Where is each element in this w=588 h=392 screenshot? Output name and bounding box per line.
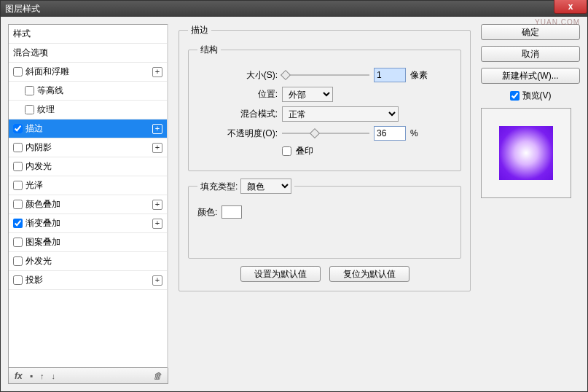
style-item-outer-glow[interactable]: 外发光 — [9, 252, 167, 271]
fx-icon[interactable]: fx — [15, 371, 23, 381]
styles-footer: fx ▪ ↑ ↓ 🗑 — [8, 368, 168, 384]
reset-default-button[interactable]: 复位为默认值 — [329, 266, 409, 282]
opacity-label: 不透明度(O): — [197, 128, 278, 140]
styles-list: 样式 混合选项 斜面和浮雕 + 等高线 纹理 描边 + — [8, 24, 168, 368]
style-item-pattern-overlay[interactable]: 图案叠加 — [9, 233, 167, 252]
checkbox-drop-shadow[interactable] — [13, 275, 23, 285]
preview-box — [481, 108, 571, 198]
new-style-button[interactable]: 新建样式(W)... — [481, 68, 580, 84]
style-item-stroke[interactable]: 描边 + — [9, 119, 167, 138]
opacity-input[interactable] — [374, 126, 406, 141]
color-row: 颜色: — [197, 205, 452, 219]
set-default-button[interactable]: 设置为默认值 — [240, 266, 321, 282]
style-item-drop-shadow[interactable]: 投影 + — [9, 271, 167, 290]
overprint-row: 叠印 — [197, 145, 452, 157]
overprint-label: 叠印 — [296, 145, 313, 157]
position-select[interactable]: 外部 — [282, 87, 333, 102]
checkbox-inner-shadow[interactable] — [13, 143, 23, 152]
style-item-satin[interactable]: 光泽 — [9, 176, 167, 195]
styles-header-styles[interactable]: 样式 — [9, 25, 167, 44]
size-row: 大小(S): 像素 — [197, 68, 452, 82]
add-icon[interactable]: + — [152, 143, 162, 153]
style-item-texture[interactable]: 纹理 — [9, 101, 167, 119]
stroke-group-title: 描边 — [188, 24, 211, 36]
layer-style-dialog: 图层样式 x YUAN.COM 样式 混合选项 斜面和浮雕 + 等高线 — [0, 0, 588, 392]
position-label: 位置: — [197, 88, 278, 101]
checkbox-stroke[interactable] — [13, 124, 23, 133]
styles-column: 样式 混合选项 斜面和浮雕 + 等高线 纹理 描边 + — [8, 24, 168, 384]
preview-label: 预览(V) — [522, 90, 552, 102]
color-swatch[interactable] — [222, 205, 242, 219]
opacity-row: 不透明度(O): % — [197, 126, 452, 141]
structure-group: 结构 大小(S): 像素 位置: 外部 — [188, 44, 461, 171]
size-label: 大小(S): — [197, 69, 278, 82]
cancel-button[interactable]: 取消 — [481, 46, 580, 62]
checkbox-inner-glow[interactable] — [13, 162, 23, 171]
preview-checkbox[interactable] — [510, 91, 520, 101]
filltype-select[interactable]: 颜色 — [240, 179, 291, 194]
dialog-body: 样式 混合选项 斜面和浮雕 + 等高线 纹理 描边 + — [1, 17, 587, 391]
blend-select[interactable]: 正常 — [282, 106, 399, 122]
style-item-inner-shadow[interactable]: 内阴影 + — [9, 138, 167, 157]
checkbox-satin[interactable] — [13, 181, 23, 190]
down-icon[interactable]: ↓ — [51, 372, 55, 380]
center-panel: 描边 结构 大小(S): 像素 位置: 外部 — [176, 24, 474, 384]
size-unit: 像素 — [410, 69, 428, 82]
checkbox-outer-glow[interactable] — [13, 256, 23, 266]
dot-icon: ▪ — [30, 371, 33, 381]
checkbox-texture[interactable] — [25, 105, 34, 114]
close-button[interactable]: x — [554, 0, 587, 14]
size-input[interactable] — [374, 68, 406, 82]
watermark: YUAN.COM — [535, 18, 580, 26]
style-item-color-overlay[interactable]: 颜色叠加 + — [9, 195, 167, 214]
size-slider[interactable] — [282, 70, 369, 80]
fill-group: 填充类型: 颜色 颜色: — [188, 179, 461, 259]
slider-thumb-icon[interactable] — [281, 70, 291, 80]
ok-button[interactable]: 确定 — [481, 24, 580, 40]
window-title: 图层样式 — [5, 3, 40, 15]
checkbox-bevel[interactable] — [13, 67, 23, 77]
style-item-bevel[interactable]: 斜面和浮雕 + — [9, 63, 167, 82]
filltype-label: 填充类型: — [200, 181, 238, 192]
checkbox-pattern-overlay[interactable] — [13, 238, 23, 247]
trash-icon[interactable]: 🗑 — [153, 371, 162, 381]
opacity-slider[interactable] — [282, 128, 369, 138]
styles-header-blend-options[interactable]: 混合选项 — [9, 44, 167, 63]
stroke-group: 描边 结构 大小(S): 像素 位置: 外部 — [179, 24, 471, 291]
titlebar[interactable]: 图层样式 x — [1, 1, 587, 17]
checkbox-contour[interactable] — [25, 86, 34, 95]
color-label: 颜色: — [197, 206, 217, 219]
preview-toggle-row: 预览(V) — [481, 90, 580, 102]
style-item-contour[interactable]: 等高线 — [9, 82, 167, 101]
preview-swatch — [499, 126, 553, 180]
structure-title: 结构 — [197, 44, 221, 56]
add-icon[interactable]: + — [152, 200, 162, 210]
blend-label: 混合模式: — [197, 108, 278, 120]
checkbox-gradient-overlay[interactable] — [13, 219, 23, 228]
checkbox-color-overlay[interactable] — [13, 200, 23, 209]
slider-thumb-icon[interactable] — [310, 128, 320, 138]
default-buttons: 设置为默认值 复位为默认值 — [188, 266, 461, 282]
add-icon[interactable]: + — [152, 124, 162, 134]
blend-row: 混合模式: 正常 — [197, 106, 452, 122]
right-panel: 确定 取消 新建样式(W)... 预览(V) — [481, 24, 580, 384]
add-icon[interactable]: + — [152, 275, 162, 286]
overprint-checkbox[interactable] — [282, 146, 291, 156]
opacity-unit: % — [410, 128, 418, 138]
style-item-inner-glow[interactable]: 内发光 — [9, 157, 167, 176]
up-icon[interactable]: ↑ — [40, 372, 44, 380]
style-item-gradient-overlay[interactable]: 渐变叠加 + — [9, 214, 167, 233]
add-icon[interactable]: + — [152, 219, 162, 229]
add-icon[interactable]: + — [152, 67, 162, 77]
position-row: 位置: 外部 — [197, 87, 452, 102]
